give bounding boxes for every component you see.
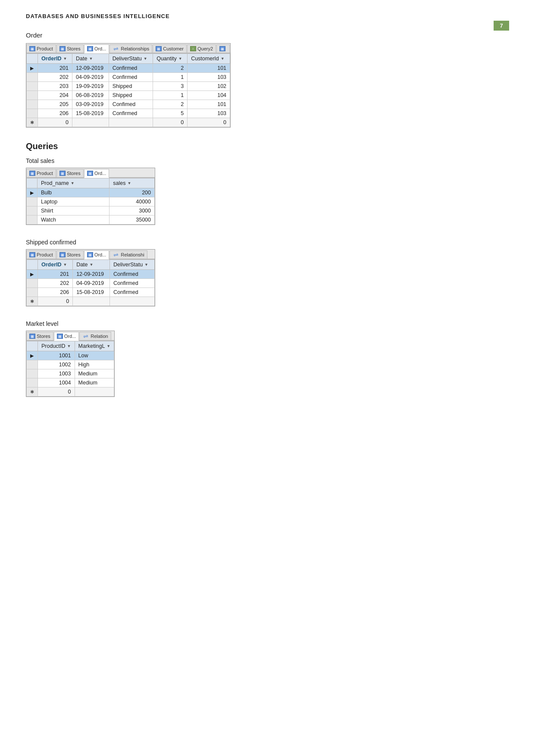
sc-tab-rel[interactable]: ⇌ Relationshi (110, 250, 147, 259)
table-row[interactable]: 1004 Medium (27, 378, 114, 387)
cell-deliverstatus-new (110, 297, 155, 306)
new-row[interactable]: ✱ 0 0 0 (27, 118, 230, 127)
row-selector (27, 109, 38, 118)
row-selector: ▶ (27, 188, 38, 197)
table-row[interactable]: 202 04-09-2019 Confirmed 1 103 (27, 73, 230, 82)
tab-query2[interactable]: ! Query2 (187, 44, 216, 53)
tab-query2-label: Query2 (197, 46, 213, 51)
tab-ord[interactable]: ▦ Ord... (84, 44, 110, 53)
market-level-title: Market level (26, 320, 509, 327)
cell-marketinglevel: Medium (75, 369, 114, 378)
th-date[interactable]: Date ▼ (72, 54, 109, 64)
tab-ord-label: Ord... (94, 46, 106, 51)
cell-customerid: 104 (188, 91, 230, 100)
order-tab-bar: ▦ Product ▦ Stores ▦ Ord... ⇌ Relationsh… (26, 44, 230, 53)
sc-th-deliverstatus[interactable]: DeliverStatu ▼ (110, 260, 155, 270)
tab-relationships-label: Relationships (121, 46, 149, 51)
cell-marketinglevel: Low (75, 351, 114, 360)
table-row[interactable]: ▶ 201 12-09-2019 Confirmed 2 101 (27, 64, 230, 73)
sc-tab-ord-label: Ord... (94, 252, 106, 257)
th-customerid[interactable]: CustomerId ▼ (188, 54, 230, 64)
ml-tab-ord[interactable]: ▦ Ord... (54, 332, 79, 341)
cell-customerid: 102 (188, 82, 230, 91)
ts-tab-stores[interactable]: ▦ Stores (56, 169, 84, 177)
table-row[interactable]: 205 03-09-2019 Confimed 2 101 (27, 100, 230, 109)
table-icon-sc-stores: ▦ (59, 252, 66, 257)
ts-th-selector (27, 178, 38, 188)
new-row[interactable]: ✱ 0 (27, 297, 155, 306)
cell-orderid: 203 (38, 82, 72, 91)
table-row[interactable]: 1002 High (27, 360, 114, 369)
tab-product[interactable]: ▦ Product (26, 44, 56, 53)
cell-sales: 40000 (110, 197, 155, 206)
new-row[interactable]: ✱ 0 (27, 387, 114, 397)
table-row[interactable]: 202 04-09-2019 Confirmed (27, 279, 155, 288)
cell-orderid: 202 (38, 279, 73, 288)
sc-tab-product[interactable]: ▦ Product (26, 250, 56, 259)
table-row[interactable]: 206 15-08-2019 Confirmed 5 103 (27, 109, 230, 118)
table-icon-sc-ord: ▦ (87, 252, 93, 257)
new-row-selector: ✱ (27, 118, 38, 127)
ml-tab-rel-label: Relation (91, 334, 108, 339)
table-row[interactable]: ▶ 201 12-09-2019 Confirmed (27, 270, 155, 279)
cell-deliverstatus: Shipped (109, 91, 153, 100)
table-icon-ml-ord: ▦ (57, 334, 63, 339)
table-row[interactable]: 203 19-09-2019 Shipped 3 102 (27, 82, 230, 91)
ts-tab-product[interactable]: ▦ Product (26, 169, 56, 177)
cell-deliverstatus: Confirmed (110, 270, 155, 279)
ml-th-marketinglevel[interactable]: MarketingL ▼ (75, 341, 114, 351)
ml-tab-stores[interactable]: ▦ Stores (26, 332, 53, 340)
tab-stores-label: Stores (67, 46, 81, 51)
cell-customerid: 101 (188, 64, 230, 73)
tab-relationships[interactable]: ⇌ Relationships (110, 44, 152, 53)
table-icon-ts-ord: ▦ (87, 171, 93, 176)
page-number: 7 (494, 21, 509, 31)
cell-date: 03-09-2019 (72, 100, 109, 109)
sc-th-date[interactable]: Date ▼ (73, 260, 110, 270)
table-row[interactable]: Laptop 40000 (27, 197, 155, 206)
new-row-selector: ✱ (27, 297, 38, 306)
cell-marketinglevel: Medium (75, 378, 114, 387)
total-sales-title: Total sales (26, 157, 509, 164)
total-sales-wrapper: ▦ Product ▦ Stores ▦ Ord... (26, 168, 155, 225)
table-row[interactable]: ▶ Bulb 200 (27, 188, 155, 197)
sc-tab-stores[interactable]: ▦ Stores (56, 250, 84, 259)
cell-quantity: 2 (153, 100, 188, 109)
row-selector (27, 360, 38, 369)
row-selector (27, 206, 38, 216)
table-icon-ts-stores: ▦ (59, 171, 66, 176)
cell-quantity-new: 0 (153, 118, 188, 127)
table-row[interactable]: ▶ 1001 Low (27, 351, 114, 360)
ts-tab-product-label: Product (37, 171, 53, 176)
cell-orderid-new: 0 (38, 118, 72, 127)
ts-th-sales[interactable]: sales ▼ (110, 178, 155, 188)
sc-th-orderid[interactable]: OrderID ▼ (38, 260, 73, 270)
table-row[interactable]: Shiirt 3000 (27, 206, 155, 216)
table-row[interactable]: 1003 Medium (27, 369, 114, 378)
row-selector: ▶ (27, 270, 38, 279)
table-row[interactable]: 206 15-08-2019 Confirmed (27, 288, 155, 297)
table-icon-ts-product: ▦ (29, 171, 35, 176)
th-quantity[interactable]: Quantity ▼ (153, 54, 188, 64)
th-deliverstatus[interactable]: DeliverStatu ▼ (109, 54, 153, 64)
cell-productid: 1003 (38, 369, 75, 378)
order-table: OrderID ▼ Date ▼ DeliverStatu ▼ (26, 53, 230, 127)
ml-tab-rel[interactable]: ⇌ Relation (79, 332, 111, 340)
ml-th-productid[interactable]: ProductID ▼ (38, 341, 75, 351)
cell-marketinglevel: High (75, 360, 114, 369)
th-orderid[interactable]: OrderID ▼ (38, 54, 72, 64)
sc-tab-ord[interactable]: ▦ Ord... (84, 250, 110, 259)
ts-th-prodname[interactable]: Prod_name ▼ (38, 178, 110, 188)
tab-extra[interactable]: ▦ (216, 44, 230, 53)
table-row[interactable]: Watch 35000 (27, 216, 155, 225)
tab-customer[interactable]: ▦ Customer (153, 44, 187, 53)
row-selector (27, 279, 38, 288)
tab-stores[interactable]: ▦ Stores (56, 44, 84, 53)
ts-tab-ord[interactable]: ▦ Ord... (84, 169, 110, 178)
row-selector (27, 73, 38, 82)
cell-customerid-new: 0 (188, 118, 230, 127)
sc-tab-rel-label: Relationshi (121, 252, 144, 257)
cell-orderid: 206 (38, 288, 73, 297)
table-row[interactable]: 204 06-08-2019 Shipped 1 104 (27, 91, 230, 100)
cell-customerid: 103 (188, 109, 230, 118)
